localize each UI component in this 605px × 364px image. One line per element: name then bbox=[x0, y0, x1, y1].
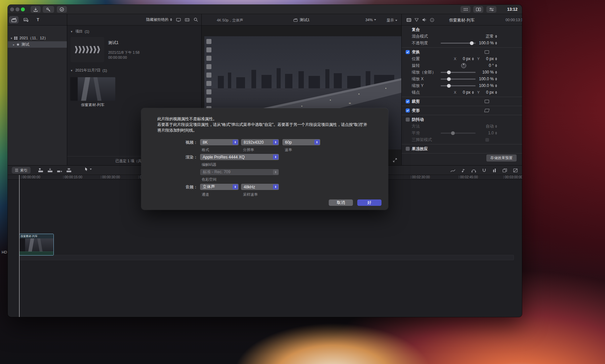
insert-edit-button[interactable] bbox=[47, 167, 53, 174]
snapping-toggle[interactable] bbox=[481, 167, 487, 174]
browser-clip-thumbnail[interactable] bbox=[70, 77, 115, 101]
viewer-fullscreen-button[interactable] bbox=[393, 158, 397, 163]
viewer-project-menu[interactable]: 测试1 bbox=[293, 17, 310, 22]
save-effects-preset-button[interactable]: 存储效果预置 bbox=[486, 154, 517, 162]
opacity-slider[interactable] bbox=[441, 43, 476, 44]
project-name[interactable]: 测试1 bbox=[108, 40, 119, 46]
titles-tab[interactable]: T bbox=[33, 16, 43, 24]
browser-layout-button[interactable] bbox=[460, 6, 471, 13]
solo-toggle[interactable] bbox=[470, 167, 477, 174]
import-media-button[interactable] bbox=[31, 6, 41, 13]
keyword-editor-button[interactable] bbox=[43, 6, 54, 13]
library-icon bbox=[14, 36, 18, 40]
value-stepper-icon[interactable] bbox=[495, 84, 497, 87]
close-button[interactable] bbox=[10, 7, 14, 11]
ok-button[interactable]: 好 bbox=[357, 199, 381, 206]
inspector-clip-name: 假窗素材-列车 bbox=[402, 17, 522, 23]
value-stepper-icon[interactable] bbox=[495, 57, 497, 60]
projects-section-header[interactable]: ▾ 项目 (1) bbox=[70, 29, 89, 34]
background-tasks-button[interactable] bbox=[57, 6, 67, 13]
section-disclosure-icon[interactable]: ▾ bbox=[70, 69, 73, 72]
project-thumbnail[interactable] bbox=[71, 37, 104, 62]
samplerate-select[interactable]: 48kHz bbox=[241, 184, 279, 190]
clapperboard-icon bbox=[11, 18, 16, 22]
viewer-zoom-menu[interactable]: 34% bbox=[365, 18, 376, 22]
clips-section-header[interactable]: ▾ 2021年11月7日 (1) bbox=[70, 68, 107, 73]
browser-header: 隐藏被拒绝的 bbox=[67, 14, 201, 26]
rate-select[interactable]: 60p bbox=[282, 139, 320, 145]
primary-storyline bbox=[19, 255, 514, 260]
value-stepper-icon[interactable] bbox=[495, 91, 497, 94]
media-tab[interactable] bbox=[21, 16, 31, 24]
smoothing-label: 平滑 bbox=[412, 130, 420, 136]
audio-meters-toggle[interactable] bbox=[491, 167, 498, 174]
libraries-tab[interactable] bbox=[9, 16, 18, 24]
scale-x-value[interactable]: 100.0 % bbox=[477, 77, 494, 81]
cancel-button[interactable]: 取消 bbox=[329, 199, 353, 206]
effects-browser-toggle[interactable] bbox=[501, 167, 508, 174]
codec-select[interactable]: Apple ProRes 4444 XQ bbox=[200, 154, 279, 160]
overwrite-edit-button[interactable] bbox=[66, 167, 72, 174]
anchor-y-value[interactable]: 0 px bbox=[481, 90, 494, 95]
playhead[interactable] bbox=[19, 175, 19, 317]
connect-edit-button[interactable] bbox=[37, 167, 44, 174]
viewer-zoom-value: 34% bbox=[365, 18, 373, 22]
scale-y-slider[interactable] bbox=[441, 85, 476, 86]
sidebar-library-row[interactable]: ▾ 2021（11、12） bbox=[8, 35, 67, 41]
transform-rect-icon[interactable] bbox=[485, 50, 489, 54]
crop-checkbox[interactable] bbox=[406, 99, 410, 103]
scale-y-value[interactable]: 100.0 % bbox=[477, 83, 494, 88]
x-axis-label: X bbox=[454, 57, 456, 61]
index-button[interactable]: 索引 bbox=[12, 167, 31, 174]
rotation-dial[interactable] bbox=[461, 63, 466, 68]
distort-checkbox[interactable] bbox=[406, 108, 410, 112]
inspector-toggle-button[interactable] bbox=[486, 6, 496, 13]
scale-all-slider[interactable] bbox=[441, 72, 476, 73]
viewer-view-menu[interactable]: 显示 bbox=[387, 18, 397, 23]
audio-skimming-toggle[interactable] bbox=[460, 167, 467, 174]
sliders-icon bbox=[489, 7, 494, 11]
opacity-value[interactable]: 100.0 % bbox=[477, 41, 494, 45]
disclosure-open-icon[interactable]: ▾ bbox=[10, 37, 13, 40]
crop-rect-icon[interactable] bbox=[485, 100, 489, 103]
tool-menu[interactable] bbox=[84, 167, 92, 172]
distort-parallelogram-icon[interactable] bbox=[484, 109, 490, 112]
filter-popup[interactable]: 隐藏被拒绝的 bbox=[146, 17, 172, 22]
zoom-button[interactable] bbox=[21, 7, 25, 11]
transitions-browser-toggle[interactable] bbox=[512, 167, 519, 174]
blend-mode-value[interactable]: 正常 bbox=[486, 34, 494, 39]
channels-select[interactable]: 立体声 bbox=[200, 184, 239, 190]
timeline-clip[interactable]: 假窗素材-列车 bbox=[19, 234, 54, 256]
timeline-layout-button[interactable] bbox=[473, 6, 483, 13]
minimize-button[interactable] bbox=[15, 7, 19, 11]
position-y-value[interactable]: 0 px bbox=[481, 56, 494, 61]
scale-x-slider[interactable] bbox=[441, 79, 476, 80]
value-stepper-icon[interactable] bbox=[472, 91, 474, 94]
position-x-value[interactable]: 0 px bbox=[458, 56, 471, 61]
scale-all-value[interactable]: 100 % bbox=[477, 70, 494, 75]
filmstrip-view-button[interactable] bbox=[185, 18, 190, 22]
resolution-select[interactable]: 8192x4320 bbox=[241, 139, 279, 145]
clips-section-count: (1) bbox=[103, 69, 107, 73]
value-stepper-icon[interactable] bbox=[495, 78, 497, 81]
rolling-shutter-checkbox[interactable] bbox=[406, 147, 410, 151]
section-disclosure-icon[interactable]: ▾ bbox=[70, 30, 73, 33]
search-icon[interactable] bbox=[194, 17, 198, 22]
disclosure-closed-icon[interactable]: ▸ bbox=[12, 43, 15, 46]
value-stepper-icon[interactable] bbox=[495, 71, 497, 74]
clip-appearance-button[interactable] bbox=[176, 18, 181, 22]
value-stepper-icon[interactable] bbox=[495, 64, 497, 67]
value-stepper-icon[interactable] bbox=[495, 42, 497, 45]
format-select[interactable]: 8K bbox=[200, 139, 239, 145]
transform-checkbox[interactable] bbox=[406, 50, 410, 54]
append-edit-button[interactable] bbox=[56, 167, 63, 174]
stabilization-checkbox[interactable] bbox=[406, 118, 410, 122]
value-stepper-icon[interactable] bbox=[472, 57, 474, 60]
colorspace-select-caret-icon bbox=[273, 170, 278, 175]
skimming-toggle[interactable] bbox=[449, 167, 456, 174]
rotation-value[interactable]: 0 ° bbox=[477, 63, 494, 68]
sidebar-event-row[interactable]: ▸ 测试 bbox=[8, 41, 67, 48]
popup-stepper-icon[interactable] bbox=[495, 35, 497, 38]
anchor-x-value[interactable]: 0 px bbox=[458, 90, 471, 95]
colorspace-caption: 色彩空间 bbox=[202, 177, 216, 182]
